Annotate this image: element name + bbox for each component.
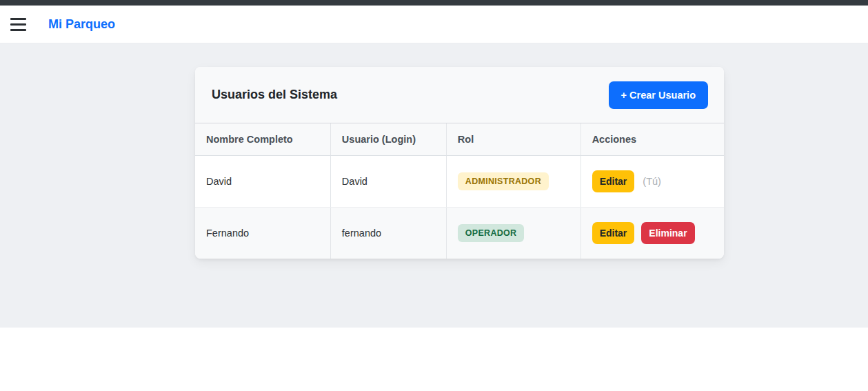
header-acciones: Acciones <box>581 123 724 156</box>
cell-rol: OPERADOR <box>446 208 581 259</box>
edit-button[interactable]: Editar <box>592 222 635 244</box>
header-rol: Rol <box>446 123 581 156</box>
menu-icon[interactable] <box>7 14 30 34</box>
cell-usuario: David <box>330 156 446 208</box>
navbar: Mi Parqueo <box>0 6 868 43</box>
cell-acciones: Editar (Tú) <box>581 156 724 208</box>
table-row: David David ADMINISTRADOR Editar (Tú) <box>195 156 724 208</box>
table-header: Nombre Completo Usuario (Login) Rol Acci… <box>195 123 724 156</box>
page-title: Usuarios del Sistema <box>212 88 337 102</box>
role-badge-administrador: ADMINISTRADOR <box>458 172 549 190</box>
table-row: Fernando fernando OPERADOR Editar Elimin… <box>195 208 724 259</box>
role-badge-operador: OPERADOR <box>458 224 525 242</box>
delete-button[interactable]: Eliminar <box>641 222 694 244</box>
card-header: Usuarios del Sistema + Crear Usuario <box>195 67 724 123</box>
edit-button[interactable]: Editar <box>592 170 635 192</box>
cell-rol: ADMINISTRADOR <box>446 156 581 208</box>
header-nombre-completo: Nombre Completo <box>195 123 330 156</box>
cell-nombre: David <box>195 156 330 208</box>
users-table: Nombre Completo Usuario (Login) Rol Acci… <box>195 123 724 259</box>
users-card: Usuarios del Sistema + Crear Usuario Nom… <box>195 67 724 259</box>
cell-usuario: fernando <box>330 208 446 259</box>
main-content-area: Usuarios del Sistema + Crear Usuario Nom… <box>0 43 868 328</box>
cell-nombre: Fernando <box>195 208 330 259</box>
create-user-button[interactable]: + Crear Usuario <box>609 81 708 109</box>
current-user-note: (Tú) <box>643 176 661 187</box>
brand-link[interactable]: Mi Parqueo <box>48 17 115 32</box>
header-usuario-login: Usuario (Login) <box>330 123 446 156</box>
top-dark-strip <box>0 0 868 6</box>
cell-acciones: Editar Eliminar <box>581 208 724 259</box>
